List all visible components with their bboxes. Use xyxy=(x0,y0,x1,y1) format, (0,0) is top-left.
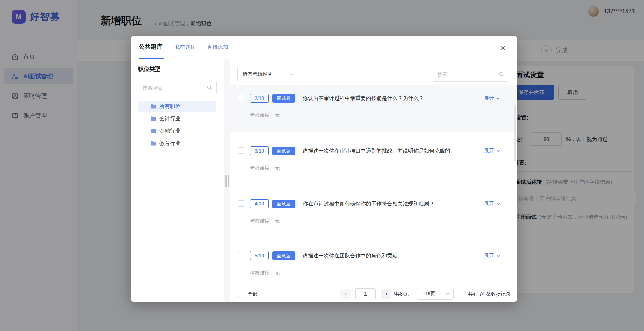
tab-private-bank[interactable]: 私有题库 xyxy=(175,44,196,50)
chevron-down-icon xyxy=(496,149,500,153)
question-text: 你认为在审计过程中最重要的技能是什么？为什么？ xyxy=(303,95,424,102)
question-search xyxy=(433,67,508,82)
question-row: 3/10 面试题 请描述一次你在审计项目中遇到的挑战，并说明你是如何克服的。 展… xyxy=(230,132,517,185)
panel-splitter xyxy=(224,59,230,302)
chevron-down-icon xyxy=(496,254,500,258)
question-type-tag: 面试题 xyxy=(272,94,295,103)
job-search xyxy=(138,81,217,94)
select-all-checkbox[interactable] xyxy=(238,291,244,297)
row-checkbox[interactable] xyxy=(238,95,244,101)
dimension-text: 考核维度：无 xyxy=(250,218,280,224)
chevron-down-icon xyxy=(496,202,500,206)
search-icon xyxy=(498,72,504,77)
tree-item-label: 金融行业 xyxy=(159,128,180,134)
screen: M 好智募 首页 AI AI面试管理 应聘管理 账户管理 新增职位 ‹ AI面 xyxy=(0,0,644,331)
question-search-input[interactable] xyxy=(433,67,508,81)
folder-icon xyxy=(150,140,156,146)
tab-direct-add[interactable]: 直接添加 xyxy=(207,44,228,50)
page-size-select[interactable]: 10/页 xyxy=(417,288,454,300)
question-type-tag: 面试题 xyxy=(272,200,295,208)
question-index-badge: 3/10 xyxy=(250,146,269,155)
chevron-down-icon xyxy=(496,96,500,101)
tab-public-bank[interactable]: 公共题库 xyxy=(139,43,163,51)
row-checkbox[interactable] xyxy=(238,147,244,154)
row-checkbox[interactable] xyxy=(238,252,244,258)
expand-link[interactable]: 展开 xyxy=(484,252,500,259)
job-search-input[interactable] xyxy=(138,81,216,94)
question-index-badge: 4/10 xyxy=(250,199,269,208)
records-count: 共有 74 条数据记录 xyxy=(468,291,511,297)
chevron-right-icon xyxy=(384,292,388,296)
next-page-button[interactable] xyxy=(381,289,391,299)
question-text: 请描述一次你在审计项目中遇到的挑战，并说明你是如何克服的。 xyxy=(303,148,455,154)
close-icon[interactable]: ✕ xyxy=(498,43,508,53)
tree-item-label: 会计行业 xyxy=(159,115,180,122)
expand-label: 展开 xyxy=(484,252,494,259)
dimension-select[interactable]: 所有考核维度 xyxy=(237,67,298,82)
search-icon xyxy=(206,85,212,90)
tree-item-finance[interactable]: 金融行业 xyxy=(138,125,216,137)
tree-item-accounting[interactable]: 会计行业 xyxy=(138,113,216,124)
folder-icon xyxy=(150,116,156,122)
question-text: 你在审计过程中如何确保你的工作符合相关法规和准则？ xyxy=(303,201,434,207)
tree-item-education[interactable]: 教育行业 xyxy=(138,137,216,149)
question-row: 4/10 面试题 你在审计过程中如何确保你的工作符合相关法规和准则？ 展开 考核… xyxy=(230,185,517,237)
expand-link[interactable]: 展开 xyxy=(484,95,500,101)
question-type-tag: 面试题 xyxy=(272,251,295,260)
modal-footer: 全部 /共8页, 10/页 共有 74 条数据记录 xyxy=(230,285,517,302)
tree-item-label: 教育行业 xyxy=(159,140,180,147)
chevron-down-icon xyxy=(289,72,294,77)
expand-label: 展开 xyxy=(484,148,494,154)
dimension-select-value: 所有考核维度 xyxy=(243,71,272,77)
question-row: 2/10 面试题 你认为在审计过程中最重要的技能是什么？为什么？ 展开 考核维度… xyxy=(230,85,517,132)
chevron-down-icon xyxy=(445,292,450,296)
expand-label: 展开 xyxy=(484,201,494,207)
tree-item-label: 所有职位 xyxy=(159,103,180,110)
folder-icon xyxy=(150,103,156,109)
prev-page-button[interactable] xyxy=(340,289,351,299)
select-all-label: 全部 xyxy=(248,291,257,297)
chevron-left-icon xyxy=(343,292,348,296)
expand-label: 展开 xyxy=(484,95,494,101)
splitter-handle[interactable] xyxy=(225,175,229,187)
expand-link[interactable]: 展开 xyxy=(484,148,500,154)
question-index-badge: 2/10 xyxy=(250,94,269,103)
dimension-text: 考核维度：无 xyxy=(250,165,280,171)
active-tab-underline xyxy=(139,58,164,59)
list-scrollbar-thumb[interactable] xyxy=(514,105,516,161)
job-type-title: 职位类型 xyxy=(138,66,160,73)
expand-link[interactable]: 展开 xyxy=(484,201,500,207)
tree-item-all-jobs[interactable]: 所有职位 xyxy=(138,101,216,112)
dimension-text: 考核维度：无 xyxy=(250,270,280,276)
question-row: 5/10 面试题 请描述一次你在团队合作中的角色和贡献。 展开 考核维度：无 xyxy=(230,237,517,285)
page-size-value: 10/页 xyxy=(423,291,435,297)
question-index-badge: 5/10 xyxy=(250,251,269,260)
question-bank-modal: 公共题库 私有题库 直接添加 ✕ 职位类型 所有职位 会计行业 金融行业 教育行… xyxy=(131,36,517,302)
question-text: 请描述一次你在团队合作中的角色和贡献。 xyxy=(303,252,403,259)
dimension-text: 考核维度：无 xyxy=(250,112,280,119)
page-input[interactable] xyxy=(355,288,376,299)
row-checkbox[interactable] xyxy=(238,200,244,207)
folder-icon xyxy=(150,128,156,134)
modal-header: 公共题库 私有题库 直接添加 ✕ xyxy=(131,36,517,59)
total-pages-label: /共8页, xyxy=(394,291,409,297)
question-type-tag: 面试题 xyxy=(272,147,295,155)
